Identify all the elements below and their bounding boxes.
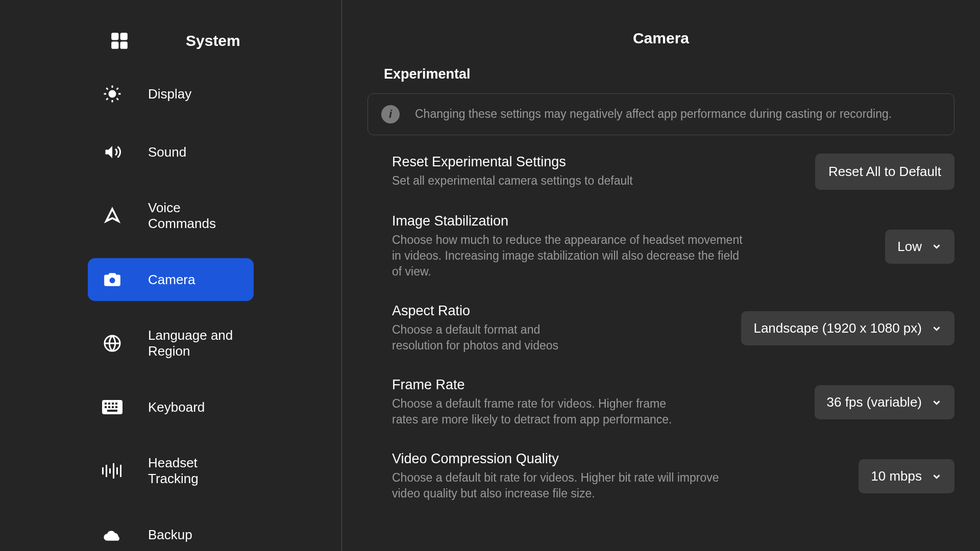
globe-icon xyxy=(102,333,122,354)
svg-rect-29 xyxy=(113,463,114,479)
chevron-down-icon xyxy=(931,323,942,334)
svg-rect-30 xyxy=(116,467,118,474)
compression-dropdown[interactable]: 10 mbps xyxy=(859,459,954,493)
svg-rect-22 xyxy=(108,406,110,408)
svg-point-4 xyxy=(109,91,115,97)
dropdown-value: 10 mbps xyxy=(871,468,922,484)
sidebar-title: System xyxy=(186,32,240,49)
reset-all-button[interactable]: Reset All to Default xyxy=(815,154,954,190)
sidebar-item-display[interactable]: Display xyxy=(88,72,254,115)
setting-title: Image Stabilization xyxy=(392,213,744,229)
sidebar-item-label: Keyboard xyxy=(148,399,205,415)
setting-desc: Choose a default frame rate for videos. … xyxy=(392,396,673,428)
dropdown-value: Low xyxy=(897,239,922,255)
keyboard-icon xyxy=(102,397,122,417)
svg-rect-21 xyxy=(105,406,107,408)
svg-point-13 xyxy=(109,278,115,283)
svg-rect-23 xyxy=(112,406,114,408)
sidebar: System Display Sound xyxy=(0,0,342,551)
setting-desc: Choose a default format and resolution f… xyxy=(392,322,591,354)
info-banner: i Changing these settings may negatively… xyxy=(368,93,954,135)
sidebar-item-label: Camera xyxy=(148,272,195,288)
svg-rect-26 xyxy=(102,467,104,474)
setting-title: Video Compression Quality xyxy=(392,451,724,467)
chevron-down-icon xyxy=(931,241,942,252)
setting-frame-rate: Frame Rate Choose a default frame rate f… xyxy=(368,377,954,451)
dropdown-value: Landscape (980 x 551 px) xyxy=(753,320,922,336)
sidebar-item-label: Display xyxy=(148,86,191,102)
svg-rect-18 xyxy=(108,403,110,405)
brightness-icon xyxy=(102,84,122,104)
sound-icon xyxy=(102,142,122,162)
info-text: Changing these settings may negatively a… xyxy=(415,106,892,122)
sidebar-item-label: Backup xyxy=(148,527,192,543)
sidebar-item-language-region[interactable]: Language and Region xyxy=(88,316,254,370)
setting-title: Reset Experimental Settings xyxy=(392,154,800,170)
sidebar-item-headset-tracking[interactable]: Headset Tracking xyxy=(88,444,254,498)
tracking-icon xyxy=(102,461,122,481)
camera-icon xyxy=(102,269,122,290)
svg-rect-20 xyxy=(115,403,117,405)
setting-desc: Choose how much to reduce the appearance… xyxy=(392,232,744,280)
svg-rect-2 xyxy=(111,42,118,49)
sidebar-item-voice-commands[interactable]: Voice Commands xyxy=(88,189,254,243)
svg-rect-3 xyxy=(120,42,128,49)
setting-reset: Reset Experimental Settings Set all expe… xyxy=(368,154,954,213)
chevron-down-icon xyxy=(931,397,942,408)
sidebar-item-label: Headset Tracking xyxy=(148,455,239,487)
setting-title: Aspect Ratio xyxy=(392,303,591,319)
frame-rate-dropdown[interactable]: 36 fps (variable) xyxy=(815,385,954,419)
svg-line-7 xyxy=(106,88,108,89)
dropdown-value: 36 fps (variable) xyxy=(827,394,922,410)
voice-icon xyxy=(102,206,122,226)
svg-rect-24 xyxy=(115,406,117,408)
setting-stabilization: Image Stabilization Choose how much to r… xyxy=(368,213,954,303)
sidebar-item-keyboard[interactable]: Keyboard xyxy=(88,386,254,429)
sidebar-header: System xyxy=(0,15,341,72)
info-icon: i xyxy=(381,105,400,123)
setting-aspect-ratio: Aspect Ratio Choose a default format and… xyxy=(368,303,954,377)
button-label: Reset All to Default xyxy=(828,164,941,180)
setting-title: Frame Rate xyxy=(392,377,673,393)
content: Camera Experimental i Changing these set… xyxy=(342,0,980,551)
svg-rect-28 xyxy=(109,468,111,473)
sidebar-item-label: Sound xyxy=(148,144,186,160)
section-title: Experimental xyxy=(384,66,954,82)
svg-line-12 xyxy=(117,88,118,89)
chevron-down-icon xyxy=(931,471,942,482)
svg-rect-17 xyxy=(105,403,107,405)
setting-desc: Choose a default bit rate for videos. Hi… xyxy=(392,470,724,502)
sidebar-item-backup[interactable]: Backup xyxy=(88,513,254,551)
setting-desc: Set all experimental camera settings to … xyxy=(392,173,800,189)
aspect-ratio-dropdown[interactable]: Landscape (980 x 551 px) xyxy=(741,311,954,345)
svg-rect-31 xyxy=(120,465,121,477)
sidebar-item-sound[interactable]: Sound xyxy=(88,131,254,173)
sidebar-item-camera[interactable]: Camera xyxy=(88,258,254,301)
svg-rect-27 xyxy=(106,465,107,477)
setting-compression: Video Compression Quality Choose a defau… xyxy=(368,451,954,525)
sidebar-item-label: Language and Region xyxy=(148,328,239,359)
cloud-icon xyxy=(102,524,122,545)
page-title: Camera xyxy=(368,15,954,66)
sidebar-item-label: Voice Commands xyxy=(148,200,239,232)
grid-icon xyxy=(109,31,130,51)
svg-line-11 xyxy=(106,98,108,100)
svg-rect-0 xyxy=(111,33,118,40)
stabilization-dropdown[interactable]: Low xyxy=(885,230,954,264)
svg-rect-19 xyxy=(112,403,114,405)
svg-rect-25 xyxy=(107,410,117,412)
svg-rect-1 xyxy=(120,33,128,40)
svg-line-8 xyxy=(117,98,118,100)
